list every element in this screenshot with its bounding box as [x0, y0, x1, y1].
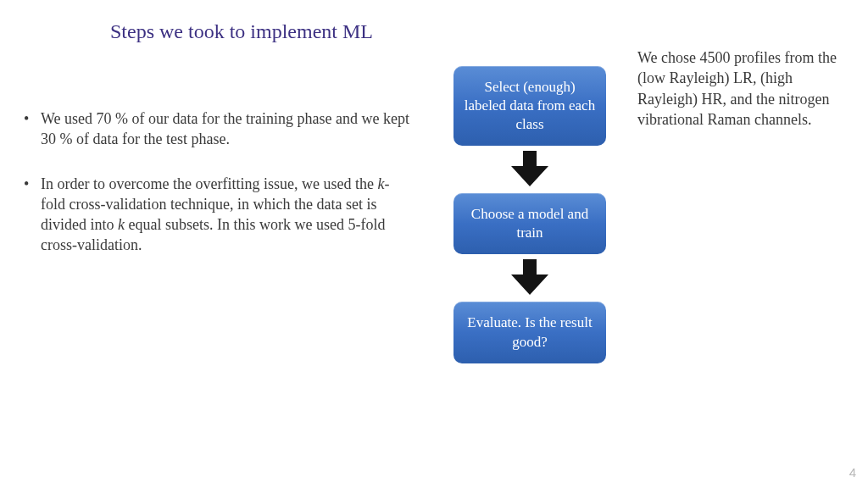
bullet-item: • We used 70 % of our data for the train… [24, 108, 414, 150]
bullet-item: • In order to overcome the overfitting i… [24, 174, 414, 256]
flow-box-choose-model: Choose a model and train [453, 193, 606, 254]
text-fragment: In order to overcome the overfitting iss… [41, 175, 377, 192]
flow-box-select-data: Select (enough) labeled data from each c… [453, 66, 606, 146]
flowchart: Select (enough) labeled data from each c… [449, 66, 610, 363]
left-column: • We used 70 % of our data for the train… [24, 108, 414, 280]
arrow-down-icon [511, 151, 548, 190]
page-title: Steps we took to implement ML [110, 20, 373, 43]
bullet-text: In order to overcome the overfitting iss… [41, 174, 414, 256]
bullet-dot: • [24, 108, 41, 150]
right-annotation: We chose 4500 profiles from the (low Ray… [637, 47, 848, 130]
italic-k: k [118, 216, 125, 233]
page-number: 4 [849, 465, 856, 480]
flow-box-evaluate: Evaluate. Is the result good? [453, 302, 606, 363]
bullet-dot: • [24, 174, 41, 256]
bullet-text: We used 70 % of our data for the trainin… [41, 108, 414, 150]
arrow-down-icon [511, 259, 548, 298]
